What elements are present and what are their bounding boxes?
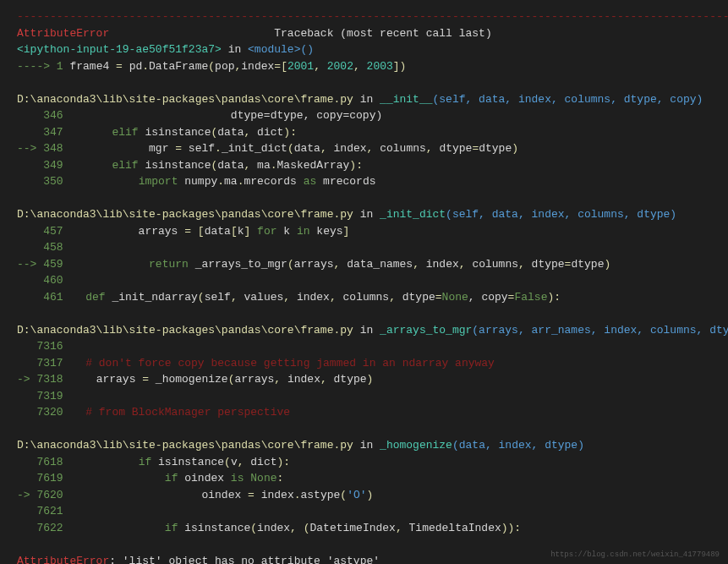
final-error-msg: : 'list' object has no attribute 'astype… [109, 555, 380, 565]
frame-func: _homogenize [380, 439, 452, 452]
line-number: 350 [17, 173, 59, 190]
module-tag: <module> [248, 43, 300, 56]
line-number: 460 [17, 272, 59, 289]
line-number: 7317 [17, 355, 59, 372]
line-number: 7618 [17, 454, 59, 471]
line-number: 7621 [17, 503, 59, 520]
traceback-label: Traceback (most recent call last) [274, 27, 491, 40]
line-number: 7622 [17, 520, 59, 537]
line-number: 457 [17, 223, 59, 240]
comment: # from BlockManager perspective [59, 406, 290, 419]
ipython-input: <ipython-input-19-ae50f51f23a7> [17, 43, 222, 56]
comment: # don't force copy because getting jamme… [59, 357, 495, 370]
code-arrow: -> 7620 [17, 489, 69, 501]
line-number: 458 [17, 239, 59, 256]
line-number: 461 [17, 289, 59, 306]
line-number: 346 [17, 107, 59, 124]
error-name: AttributeError [17, 27, 109, 40]
frame-path: D:\anaconda3\lib\site-packages\pandas\co… [17, 93, 353, 106]
frame-func: __init__ [380, 93, 432, 106]
line-number: 7316 [17, 338, 59, 355]
traceback-output: ----------------------------------------… [17, 8, 711, 564]
line-number: 7319 [17, 388, 59, 405]
frame-func: _arrays_to_mgr [380, 324, 472, 337]
code-arrow: -> 7318 [17, 373, 69, 386]
frame-path: D:\anaconda3\lib\site-packages\pandas\co… [17, 208, 353, 221]
dashes-line: ----------------------------------------… [17, 10, 728, 23]
line-number: 349 [17, 157, 59, 174]
frame-path: D:\anaconda3\lib\site-packages\pandas\co… [17, 439, 353, 452]
line-number: 347 [17, 124, 59, 141]
watermark: https://blog.csdn.net/weixin_41779489 [550, 550, 720, 561]
line-number: 7320 [17, 404, 59, 421]
code-arrow: --> 459 [17, 258, 69, 271]
final-error-name: AttributeError [17, 555, 109, 565]
line-number: 7619 [17, 470, 59, 487]
frame-func: _init_dict [380, 208, 446, 221]
code-arrow: ----> 1 [17, 60, 69, 73]
frame-path: D:\anaconda3\lib\site-packages\pandas\co… [17, 324, 353, 337]
code-arrow: --> 348 [17, 142, 69, 155]
